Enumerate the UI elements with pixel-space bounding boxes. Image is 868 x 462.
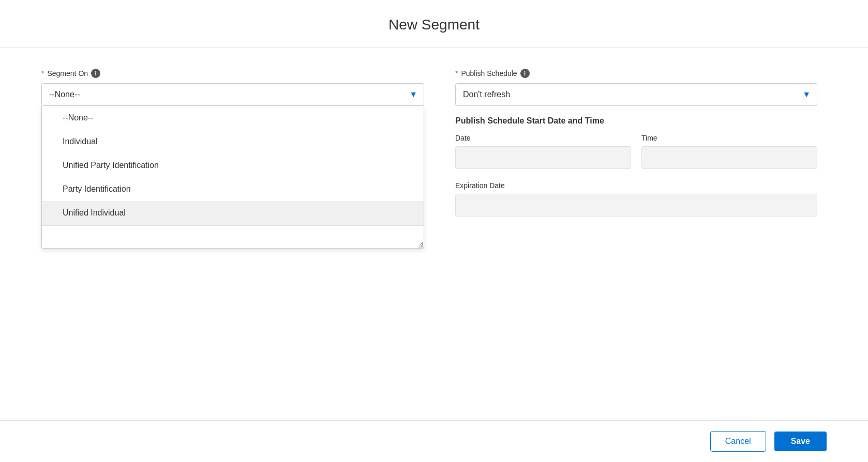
right-column: * Publish Schedule i Don't refresh ▼ Pub… (455, 69, 817, 399)
time-label: Time (641, 134, 817, 142)
page-title: New Segment (0, 0, 868, 48)
save-button[interactable]: Save (774, 432, 827, 451)
expiration-label: Expiration Date (455, 181, 817, 190)
date-input[interactable] (455, 146, 631, 169)
required-star: * (41, 69, 44, 78)
time-field: Time (641, 134, 817, 169)
publish-schedule-label: * Publish Schedule i (455, 69, 817, 78)
publish-schedule-select-wrapper[interactable]: Don't refresh ▼ (455, 83, 817, 106)
segment-on-selected-value: --None-- (49, 90, 80, 99)
date-label: Date (455, 134, 631, 142)
publish-schedule-info-icon[interactable]: i (520, 69, 530, 78)
dropdown-option-individual[interactable]: Individual (42, 130, 424, 153)
time-input[interactable] (641, 146, 817, 169)
segment-on-chevron: ▼ (409, 90, 417, 99)
segment-on-select[interactable]: --None-- ▼ (41, 83, 424, 106)
footer: Cancel Save (0, 420, 868, 462)
form-area: * Segment On i --None-- ▼ --None-- Indiv… (0, 48, 868, 420)
segment-on-select-wrapper[interactable]: --None-- ▼ --None-- Individual Unified P… (41, 83, 424, 106)
segment-on-dropdown: --None-- Individual Unified Party Identi… (41, 106, 424, 249)
dropdown-option-party-id[interactable]: Party Identification (42, 177, 424, 201)
dropdown-option-unified-individual[interactable]: Unified Individual (42, 201, 424, 225)
resize-handle-icon (415, 240, 424, 248)
publish-schedule-section-title: Publish Schedule Start Date and Time (455, 116, 817, 126)
publish-schedule-required-star: * (455, 69, 458, 78)
segment-on-label-text: Segment On (47, 69, 88, 78)
publish-schedule-chevron: ▼ (802, 90, 811, 99)
publish-schedule-select[interactable]: Don't refresh ▼ (455, 83, 817, 106)
date-field: Date (455, 134, 631, 169)
date-time-row: Date Time (455, 134, 817, 169)
segment-on-info-icon[interactable]: i (91, 69, 100, 78)
publish-schedule-label-text: Publish Schedule (461, 69, 517, 78)
left-column: * Segment On i --None-- ▼ --None-- Indiv… (41, 69, 424, 399)
dropdown-option-none[interactable]: --None-- (42, 106, 424, 130)
publish-schedule-selected-value: Don't refresh (463, 90, 510, 99)
cancel-button[interactable]: Cancel (710, 431, 766, 452)
expiration-input[interactable] (455, 194, 817, 217)
dropdown-option-unified-party[interactable]: Unified Party Identification (42, 153, 424, 177)
segment-on-label: * Segment On i (41, 69, 424, 78)
dropdown-textarea[interactable] (42, 225, 424, 246)
expiration-field: Expiration Date (455, 181, 817, 217)
